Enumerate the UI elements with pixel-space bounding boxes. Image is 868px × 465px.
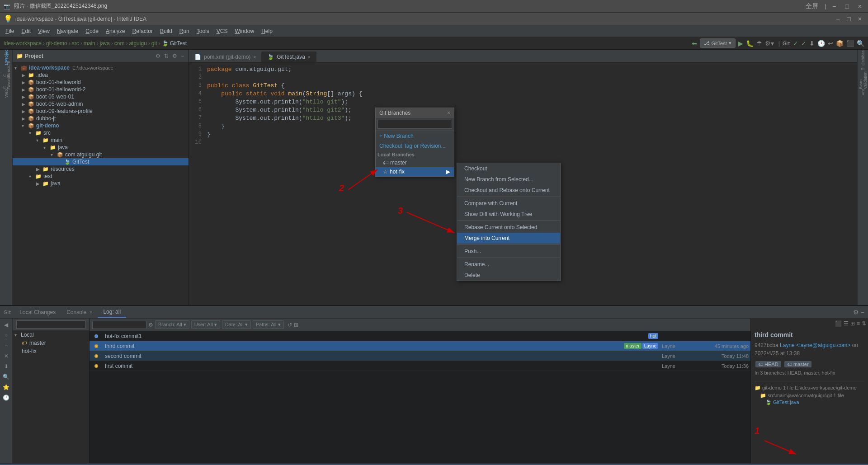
git-log-settings-icon[interactable]: ⚙ [148, 322, 153, 328]
tree-src[interactable]: ▾ 📁 src [13, 129, 189, 136]
git-commit-btn[interactable]: ✓ [793, 40, 798, 47]
breadcrumb-java[interactable]: java [100, 40, 110, 47]
tab-local-changes[interactable]: Local Changes [14, 307, 61, 317]
close-btn[interactable]: × [855, 2, 864, 11]
breadcrumb-src[interactable]: src [72, 40, 79, 47]
breadcrumb-idea-workspace[interactable]: idea-workspace [4, 40, 42, 47]
ctx-checkout[interactable]: Checkout [457, 163, 560, 174]
search-everywhere-btn[interactable]: 🔍 [857, 40, 864, 47]
tree-package[interactable]: ▾ 📦 com.atguigu.git [13, 151, 189, 158]
tab-gittest-close[interactable]: × [308, 55, 311, 60]
breadcrumb-com[interactable]: com [114, 40, 125, 47]
menu-navigate[interactable]: Navigate [53, 26, 82, 36]
detail-list-btn[interactable]: ☰ [844, 320, 849, 327]
tree-test[interactable]: ▾ 📁 test [13, 173, 189, 180]
commit-hotfix[interactable]: hot-fix commit1 hot [90, 331, 750, 341]
ctx-merge[interactable]: Merge into Current [457, 233, 560, 244]
ctx-new-branch[interactable]: New Branch from Selected... [457, 174, 560, 185]
date-filter[interactable]: Date: All ▾ [222, 320, 251, 329]
tree-root[interactable]: ▾ 💼 idea-workspace E:\idea-workspace [13, 64, 189, 71]
navigate-back-btn[interactable]: ⬅ [692, 40, 697, 47]
detail-author-link[interactable]: Layne <layne@atguigu.com> [780, 342, 850, 348]
menu-code[interactable]: Code [82, 26, 102, 36]
menu-vcs[interactable]: VCS [213, 26, 231, 36]
ctx-push[interactable]: Push... [457, 246, 560, 257]
git-collapse-btn[interactable]: ◀ [2, 320, 11, 329]
git-hotfix-item[interactable]: hot-fix [13, 347, 89, 355]
right-ant-icon[interactable]: Ant [858, 87, 868, 98]
project-gear-btn[interactable]: ⚙ [171, 52, 178, 60]
bottom-settings-btn[interactable]: ⚙ [853, 309, 859, 316]
more-run-btn[interactable]: ⚙▾ [765, 40, 774, 47]
git-shelve-btn[interactable]: 📦 [836, 40, 844, 47]
git-rollback-btn[interactable]: ↩ [828, 40, 833, 47]
tree-boot05-admin[interactable]: ▶ 📦 boot-05-web-admin [13, 100, 189, 108]
detail-diff-btn[interactable]: ⊞ [850, 320, 855, 327]
more-log-btn[interactable]: ⊞ [294, 322, 298, 328]
menu-window[interactable]: Window [231, 26, 258, 36]
run-btn[interactable]: ▶ [738, 40, 743, 47]
tree-boot05[interactable]: ▶ 📦 boot-05-web-01 [13, 93, 189, 100]
detail-expand-btn[interactable]: ⬛ [835, 320, 842, 327]
coverage-btn[interactable]: ☂ [756, 40, 762, 47]
git-add-btn[interactable]: + [2, 331, 11, 340]
project-settings-btn[interactable]: ⚙ [155, 52, 161, 60]
paths-filter[interactable]: Paths: All ▾ [253, 320, 284, 329]
ctx-rebase[interactable]: Rebase Current onto Selected [457, 222, 560, 233]
branch-master[interactable]: 🏷 master [376, 158, 454, 167]
commit-first[interactable]: first commit Layne Today 11:36 [90, 361, 750, 371]
tab-pom[interactable]: 📄 pom.xml (git-demo) × [189, 52, 262, 62]
tree-test-java[interactable]: ▶ 📁 java [13, 180, 189, 187]
git-pull-btn[interactable]: ⬇ [809, 40, 815, 47]
tree-main[interactable]: ▾ 📁 main [13, 136, 189, 144]
refresh-btn[interactable]: ↺ [288, 322, 292, 328]
project-collapse-btn[interactable]: − [180, 52, 185, 60]
menu-edit[interactable]: Edit [18, 26, 34, 36]
tab-gittest[interactable]: 🍃 GitTest.java × [262, 52, 316, 62]
minimize-btn[interactable]: − [830, 2, 839, 11]
console-close-icon[interactable]: × [90, 310, 93, 315]
git-history-btn[interactable]: 🕐 [817, 40, 825, 47]
git-master-item[interactable]: 🏷 master [13, 339, 89, 347]
tree-idea[interactable]: ▶ 📁 .idea [13, 71, 189, 79]
right-bean-icon[interactable]: Bean Validation [858, 75, 868, 86]
ctx-show-diff[interactable]: Show Diff with Working Tree [457, 209, 560, 220]
git-star-btn[interactable]: ⭐ [2, 383, 11, 392]
git-history-btn2[interactable]: 🕐 [2, 393, 11, 402]
branch-selector[interactable]: ⎇ GitTest ▾ [700, 38, 736, 48]
branch-filter[interactable]: Branch: All ▾ [155, 320, 189, 329]
menu-refactor[interactable]: Refactor [129, 26, 156, 36]
ctx-delete[interactable]: Delete [457, 270, 560, 281]
fullscreen-btn[interactable]: 全屏 [803, 1, 821, 11]
app-maximize-btn[interactable]: □ [844, 14, 853, 23]
tree-dubbo[interactable]: ▶ 📦 dubbo-jt [13, 115, 189, 122]
right-database-icon[interactable]: Database [858, 52, 868, 62]
menu-view[interactable]: View [34, 26, 53, 36]
sidebar-web-icon[interactable]: Web [1, 88, 12, 99]
git-move-btn[interactable]: ✕ [2, 352, 11, 361]
breadcrumb-git-demo[interactable]: git-demo [46, 40, 67, 47]
git-local-root[interactable]: ▾ Local [13, 331, 89, 339]
breadcrumb-atguigu[interactable]: atguigu [129, 40, 146, 47]
breadcrumb-main[interactable]: main [84, 40, 95, 47]
user-filter[interactable]: User: All ▾ [191, 320, 220, 329]
git-push-btn[interactable]: ✓ [801, 40, 807, 47]
menu-tools[interactable]: Tools [193, 26, 213, 36]
bottom-close-btn[interactable]: − [861, 309, 864, 316]
commit-third[interactable]: third commit master Layne Layne 45 minut… [90, 341, 750, 351]
ctx-rename[interactable]: Rename... [457, 259, 560, 270]
tree-boot01[interactable]: ▶ 📦 boot-01-helloworld [13, 79, 189, 86]
tree-boot09[interactable]: ▶ 📦 boot-09-features-profile [13, 108, 189, 115]
git-search-input[interactable] [16, 320, 85, 329]
sidebar-favorites-icon[interactable]: 2: Favorites [1, 76, 12, 87]
ctx-checkout-rebase[interactable]: Checkout and Rebase onto Current [457, 185, 560, 196]
git-remove-btn[interactable]: − [2, 341, 11, 350]
menu-build[interactable]: Build [156, 26, 176, 36]
detail-files-gittest[interactable]: 🍃 GitTest.java [755, 399, 864, 405]
git-move-down-btn[interactable]: ⬇ [2, 362, 11, 371]
project-expand-btn[interactable]: ⇅ [163, 52, 170, 60]
git-log-search-input[interactable] [92, 321, 146, 329]
tree-gittest[interactable]: 🍃 GitTest [13, 158, 189, 165]
git-search-btn[interactable]: 🔍 [2, 372, 11, 381]
app-minimize-btn[interactable]: − [833, 14, 842, 23]
